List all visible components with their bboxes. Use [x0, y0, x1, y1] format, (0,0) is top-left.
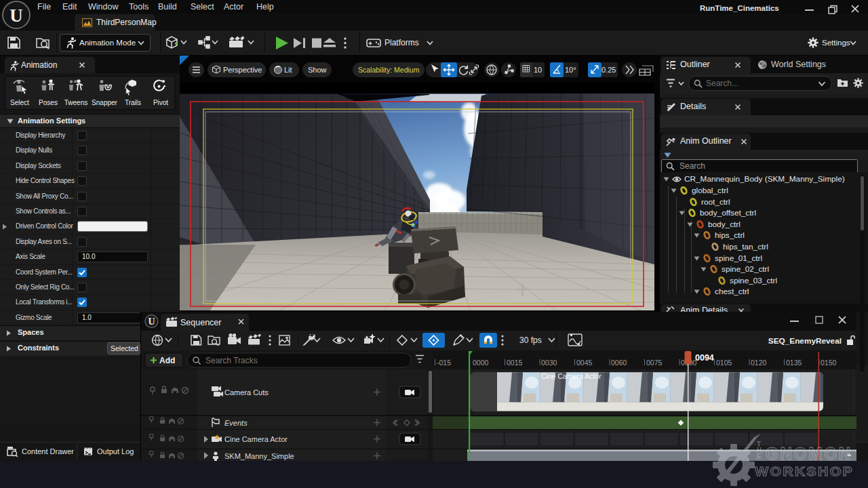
svg-text:WORKSHOP: WORKSHOP — [755, 464, 854, 479]
svg-text:0105: 0105 — [716, 359, 732, 367]
svg-text:0060: 0060 — [611, 359, 627, 367]
svg-text:Sequencer: Sequencer — [180, 318, 221, 327]
svg-text:Search Tracks: Search Tracks — [205, 356, 258, 365]
svg-text:Events: Events — [224, 419, 248, 427]
svg-text:0015: 0015 — [507, 359, 523, 367]
svg-text:0120: 0120 — [751, 359, 767, 367]
svg-text:Cine Camera Actor: Cine Camera Actor — [541, 372, 601, 380]
svg-text:-015: -015 — [437, 359, 451, 367]
svg-text:SEQ_EnemyReveal: SEQ_EnemyReveal — [768, 336, 842, 346]
svg-text:0094: 0094 — [695, 353, 714, 363]
svg-text:0045: 0045 — [576, 359, 593, 367]
svg-text:E: E — [757, 453, 762, 460]
svg-text:U: U — [148, 317, 155, 327]
svg-text:Show: Show — [308, 66, 327, 74]
svg-text:0030: 0030 — [541, 359, 557, 367]
svg-text:0135: 0135 — [786, 359, 802, 367]
svg-text:Add: Add — [159, 356, 175, 365]
svg-text:0000: 0000 — [473, 359, 489, 367]
svg-text:U: U — [9, 5, 23, 26]
svg-text:0075: 0075 — [646, 359, 663, 367]
svg-text:30 fps: 30 fps — [519, 336, 542, 345]
svg-text:10: 10 — [534, 66, 542, 74]
svg-text:Scalability: Medium: Scalability: Medium — [358, 66, 420, 74]
svg-text:10°: 10° — [565, 66, 576, 74]
svg-text:0150: 0150 — [821, 359, 837, 367]
svg-text:Perspective: Perspective — [223, 66, 262, 74]
svg-text:0.25: 0.25 — [601, 66, 616, 74]
svg-text:GNOMON: GNOMON — [766, 443, 852, 464]
svg-text:Lit: Lit — [284, 66, 292, 74]
svg-text:SKM_Manny_Simple: SKM_Manny_Simple — [224, 452, 294, 460]
svg-text:Cine Camera Actor: Cine Camera Actor — [224, 435, 288, 443]
svg-text:Camera Cuts: Camera Cuts — [224, 388, 269, 396]
